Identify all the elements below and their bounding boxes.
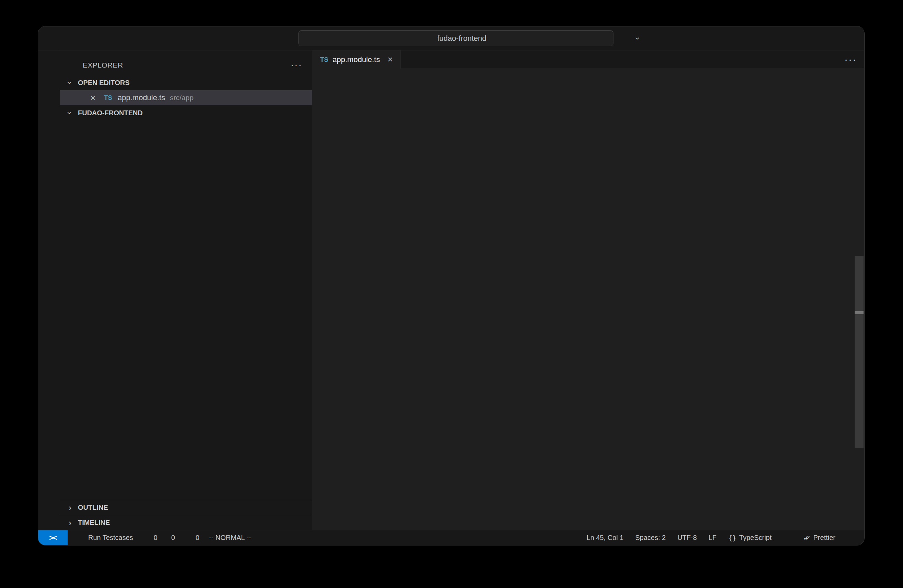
problems-indicator[interactable]: 0 0 [143,534,175,542]
braces-icon: {} [728,534,736,542]
close-tab-icon[interactable]: × [387,54,392,65]
status-bar: >< Run Testcases 0 0 0 -- NORMAL -- Ln 4… [38,530,864,545]
file-tree [60,120,312,500]
tab-app-module-ts[interactable]: TS app.module.ts × [312,50,401,69]
vim-mode-indicator: -- NORMAL -- [209,534,251,542]
customize-layout-button[interactable] [790,34,801,44]
search-query: fudao-frontend [437,34,486,43]
chevron-expanded-icon: › [66,108,74,117]
project-section-header[interactable]: › FUDAO-FRONTEND [60,105,312,120]
vertical-scrollbar[interactable] [854,256,864,448]
copilot-menu[interactable]: › [623,27,639,50]
notifications-bell[interactable] [847,534,855,542]
search-icon [425,34,434,42]
remote-indicator[interactable]: >< [38,530,68,546]
open-editors-header[interactable]: › OPEN EDITORS [60,75,312,90]
open-editor-filename: app.module.ts [118,93,165,102]
close-window-button[interactable] [47,34,55,43]
encoding-setting[interactable]: UTF-8 [677,534,697,542]
toggle-panel-button[interactable] [827,34,837,44]
editor-more-actions-button[interactable]: ··· [844,53,857,65]
window-controls [47,27,82,50]
typescript-file-icon: TS [104,94,118,102]
sidebar-title: EXPLORER [83,61,123,69]
breadcrumb[interactable] [312,68,864,83]
ports-indicator[interactable]: 0 [184,534,199,542]
tab-title: app.module.ts [332,55,380,64]
open-editor-app-module[interactable]: × TS app.module.ts src/app [60,90,312,105]
run-all-icon [77,534,85,542]
code-editor[interactable] [312,83,864,530]
forward-arrow-icon[interactable] [280,33,290,44]
zoom-window-button[interactable] [73,34,82,43]
minimap[interactable] [789,86,854,159]
typescript-file-icon: TS [320,56,328,63]
radio-tower-icon [184,534,193,542]
bell-icon [847,534,855,542]
close-editor-icon[interactable]: × [90,93,104,103]
double-check-icon: ✓✓ [803,534,807,542]
split-editor-button[interactable] [826,55,835,64]
command-center-search[interactable]: fudao-frontend [299,30,614,46]
run-testcases-button[interactable]: Run Testcases [77,534,133,542]
tab-bar: TS app.module.ts × ··· [312,50,864,68]
explorer-sidebar: EXPLORER ··· › OPEN EDITORS × TS app.mod… [60,50,312,530]
open-editor-path: src/app [170,94,194,102]
eol-setting[interactable]: LF [708,534,716,542]
overview-ruler-cursor-mark [854,311,864,314]
vscode-window: fudao-frontend › EXPLORER ··· › OPEN EDI… [38,26,865,546]
chevron-collapsed-icon: › [66,518,74,527]
title-bar: fudao-frontend › [38,27,864,50]
timeline-section-header[interactable]: › TIMELINE [60,515,312,530]
copilot-icon [623,33,634,44]
back-arrow-icon[interactable] [260,33,271,44]
minimize-window-button[interactable] [60,34,69,43]
copilot-status[interactable] [783,534,791,542]
copilot-icon [783,534,791,542]
error-icon [143,534,151,542]
language-mode[interactable]: {} TypeScript [728,534,772,542]
chevron-collapsed-icon: › [66,503,74,512]
run-file-button[interactable] [807,55,816,64]
outline-section-header[interactable]: › OUTLINE [60,500,312,515]
activity-bar [38,50,60,530]
toggle-primary-sidebar-button[interactable] [809,34,819,44]
chevron-down-icon: › [634,37,642,40]
cursor-position[interactable]: Ln 45, Col 1 [587,534,624,542]
editor-group: TS app.module.ts × ··· [312,50,864,530]
formatter-status[interactable]: ✓✓ Prettier [803,534,835,542]
warning-icon [160,534,168,542]
toggle-secondary-sidebar-button[interactable] [846,34,856,44]
indentation-setting[interactable]: Spaces: 2 [635,534,665,542]
chevron-expanded-icon: › [66,78,74,87]
